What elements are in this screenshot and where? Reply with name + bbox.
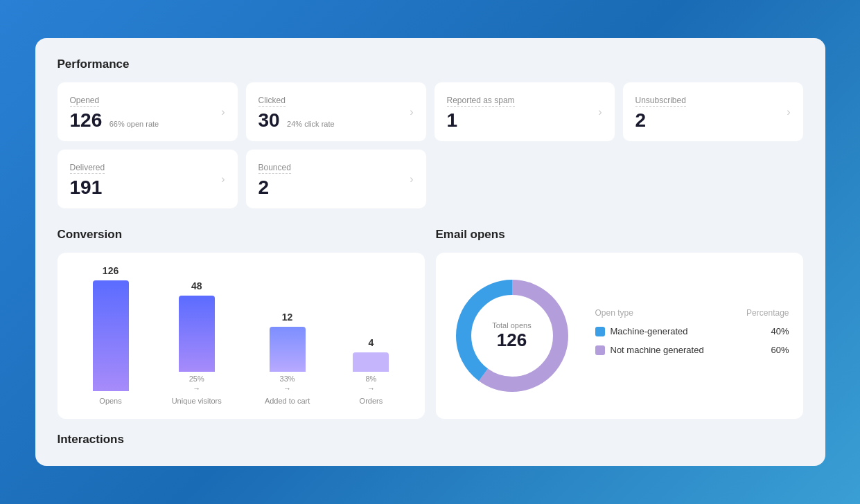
- clicked-value-row: 30 24% click rate: [258, 111, 335, 130]
- donut-center: Total opens 126: [492, 321, 531, 351]
- legend-name-not-machine: Not machine generated: [611, 345, 704, 355]
- spam-value-row: 1: [447, 111, 515, 130]
- opened-value-row: 126 66% open rate: [70, 111, 159, 130]
- legend-row-not-machine: Not machine generated 60%: [595, 345, 789, 355]
- spam-value: 1: [447, 109, 458, 131]
- opened-value: 126: [70, 109, 103, 131]
- clicked-sub: 24% click rate: [287, 120, 334, 128]
- bounced-value: 2: [258, 177, 270, 198]
- legend-left-not-machine: Not machine generated: [595, 345, 704, 355]
- bar-label-wrap-orders: 8% → Orders: [360, 375, 383, 405]
- bounced-value-row: 2: [258, 178, 291, 197]
- delivered-card[interactable]: Delivered 191 ›: [58, 150, 238, 208]
- email-opens-inner: Total opens 126 Open type Percentage: [450, 267, 789, 405]
- bar-pct-cart: 33%: [280, 375, 295, 383]
- bar-cart: [270, 327, 306, 372]
- bar-label-wrap-unique: 25% → Unique visitors: [172, 375, 222, 405]
- empty-slot-1: [435, 150, 615, 208]
- opened-label: Opened: [70, 96, 100, 107]
- bar-arrow-orders: →: [367, 384, 375, 393]
- clicked-arrow-icon: ›: [410, 106, 413, 118]
- opened-arrow-icon: ›: [221, 106, 225, 118]
- spam-card-content: Reported as spam 1: [447, 93, 515, 130]
- opened-card[interactable]: Opened 126 66% open rate ›: [58, 82, 238, 141]
- clicked-label: Clicked: [258, 96, 286, 107]
- unsubscribed-value: 2: [635, 109, 647, 131]
- bar-unique: [179, 296, 215, 372]
- bar-opens: [93, 280, 129, 391]
- unsubscribed-arrow-icon: ›: [787, 106, 790, 118]
- unsubscribed-card-content: Unsubscribed 2: [635, 93, 686, 130]
- legend-table: Open type Percentage Machine-generated 4…: [595, 308, 789, 363]
- unsubscribed-label: Unsubscribed: [635, 96, 686, 107]
- email-opens-panel: Total opens 126 Open type Percentage: [436, 253, 803, 419]
- bar-chart: 126 Opens 48 25% → Unique visitor: [71, 267, 411, 405]
- legend-dot-machine: [595, 327, 605, 336]
- clicked-value: 30: [258, 109, 280, 131]
- performance-grid-row1: Opened 126 66% open rate › Clicked 30 24…: [58, 82, 803, 141]
- bar-group-unique: 48 25% → Unique visitors: [172, 280, 222, 405]
- legend-type-header: Open type: [595, 308, 633, 318]
- legend-pct-machine: 40%: [771, 326, 789, 336]
- legend-dot-not-machine: [595, 345, 605, 355]
- bar-label-wrap-opens: Opens: [99, 394, 121, 405]
- bar-label-unique: Unique visitors: [172, 397, 222, 405]
- spam-label: Reported as spam: [447, 96, 515, 107]
- bar-value-unique: 48: [191, 280, 202, 291]
- legend-left-machine: Machine-generated: [595, 326, 688, 336]
- donut-total-label: Total opens: [492, 321, 531, 330]
- bar-pct-orders: 8%: [365, 375, 376, 383]
- bar-label-cart: Added to cart: [265, 397, 310, 405]
- empty-slot-2: [623, 150, 803, 208]
- conversion-title: Conversion: [58, 228, 425, 242]
- bar-label-wrap-cart: 33% → Added to cart: [265, 375, 310, 405]
- spam-card[interactable]: Reported as spam 1 ›: [435, 82, 615, 141]
- performance-title: Performance: [58, 57, 803, 71]
- bar-label-opens: Opens: [99, 397, 121, 405]
- legend-pct-header: Percentage: [746, 308, 789, 318]
- dashboard: Performance Opened 126 66% open rate › C…: [35, 38, 825, 466]
- delivered-label: Delivered: [70, 163, 105, 174]
- bar-value-cart: 12: [282, 312, 293, 323]
- bar-orders: [353, 352, 389, 372]
- clicked-card-content: Clicked 30 24% click rate: [258, 93, 335, 130]
- bar-group-opens: 126 Opens: [93, 265, 129, 405]
- legend-pct-not-machine: 60%: [771, 345, 789, 355]
- bounced-card[interactable]: Bounced 2 ›: [246, 150, 426, 208]
- legend-row-machine: Machine-generated 40%: [595, 326, 789, 336]
- performance-grid-row2: Delivered 191 › Bounced 2 ›: [58, 150, 803, 208]
- spam-arrow-icon: ›: [598, 106, 602, 118]
- bounced-arrow-icon: ›: [410, 173, 413, 186]
- conversion-section: Conversion 126 Opens 48: [58, 228, 425, 419]
- bar-group-cart: 12 33% → Added to cart: [265, 312, 310, 405]
- bar-value-opens: 126: [103, 265, 119, 276]
- opened-card-content: Opened 126 66% open rate: [70, 93, 159, 130]
- donut-total-value: 126: [492, 330, 531, 351]
- bar-group-orders: 4 8% → Orders: [353, 337, 389, 405]
- delivered-arrow-icon: ›: [221, 173, 225, 186]
- delivered-value: 191: [70, 177, 103, 198]
- delivered-card-content: Delivered 191: [70, 161, 105, 197]
- email-opens-section: Email opens Total: [436, 228, 803, 419]
- email-opens-title: Email opens: [436, 228, 803, 242]
- donut-chart: Total opens 126: [450, 273, 574, 398]
- bar-arrow-cart: →: [283, 384, 291, 393]
- unsubscribed-value-row: 2: [635, 111, 686, 130]
- legend-name-machine: Machine-generated: [611, 326, 688, 336]
- bar-arrow-unique: →: [193, 384, 200, 393]
- clicked-card[interactable]: Clicked 30 24% click rate ›: [246, 82, 426, 141]
- opened-sub: 66% open rate: [109, 120, 159, 128]
- legend-header: Open type Percentage: [595, 308, 789, 318]
- bar-label-orders: Orders: [360, 397, 383, 405]
- interactions-title: Interactions: [58, 433, 803, 447]
- conversion-panel: 126 Opens 48 25% → Unique visitor: [58, 253, 425, 419]
- bar-value-orders: 4: [369, 337, 374, 348]
- bottom-sections: Conversion 126 Opens 48: [58, 228, 803, 419]
- bar-pct-unique: 25%: [189, 375, 204, 383]
- bounced-label: Bounced: [258, 163, 291, 174]
- delivered-value-row: 191: [70, 178, 105, 197]
- bounced-card-content: Bounced 2: [258, 161, 291, 197]
- unsubscribed-card[interactable]: Unsubscribed 2 ›: [623, 82, 803, 141]
